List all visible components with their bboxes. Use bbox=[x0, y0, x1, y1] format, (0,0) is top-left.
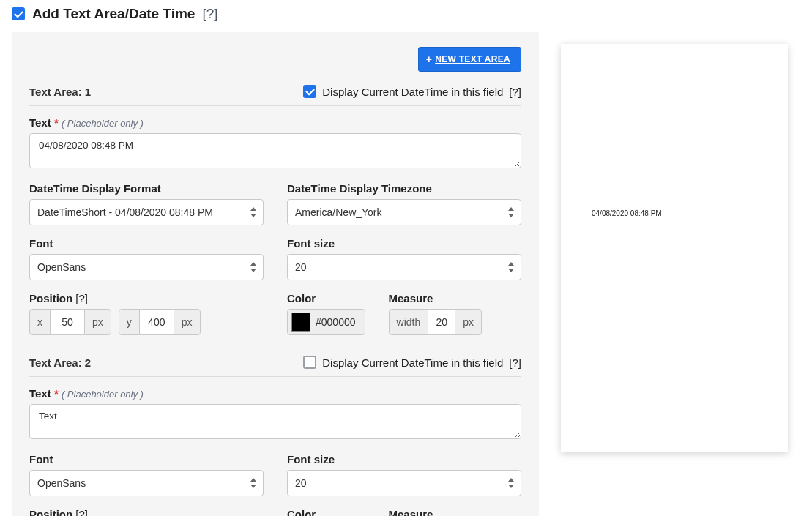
px-label: px bbox=[455, 309, 482, 335]
font-label: Font bbox=[29, 237, 264, 250]
font-size-select-1[interactable]: 20 bbox=[287, 254, 521, 280]
measure-width-input-1[interactable] bbox=[428, 309, 455, 335]
x-label: x bbox=[29, 309, 51, 335]
plus-icon: + bbox=[426, 53, 432, 65]
position-label: Position [?] bbox=[29, 292, 264, 304]
display-datetime-checkbox-2[interactable] bbox=[303, 356, 316, 369]
position-y-group: y px bbox=[119, 309, 201, 335]
datetime-format-label: DateTime Display Format bbox=[29, 182, 264, 195]
position-x-group: x px bbox=[29, 309, 111, 335]
color-label: Color bbox=[287, 292, 365, 304]
font-size-label: Font size bbox=[287, 237, 521, 250]
new-text-area-label: NEW TEXT AREA bbox=[435, 54, 510, 64]
color-swatch-icon bbox=[291, 313, 310, 332]
text-area-panel: + NEW TEXT AREA Text Area: 1 Display Cur… bbox=[12, 32, 539, 516]
display-datetime-label: Display Current DateTime in this field bbox=[322, 356, 503, 369]
display-datetime-help[interactable]: [?] bbox=[509, 356, 521, 369]
position-help[interactable]: [?] bbox=[75, 292, 88, 304]
section-header: Add Text Area/Date Time [?] bbox=[12, 0, 539, 32]
font-size-select-2[interactable]: 20 bbox=[287, 470, 521, 496]
font-size-label: Font size bbox=[287, 453, 521, 465]
section-title: Add Text Area/Date Time bbox=[32, 6, 195, 22]
text-input-2[interactable]: Text bbox=[29, 404, 521, 439]
measure-group-1: width px bbox=[389, 309, 482, 335]
display-datetime-row: Display Current DateTime in this field [… bbox=[303, 85, 521, 98]
color-label: Color bbox=[287, 508, 365, 516]
preview-canvas: 04/08/2020 08:48 PM bbox=[561, 44, 788, 452]
datetime-tz-label: DateTime Display Timezone bbox=[287, 182, 521, 195]
text-input-1[interactable]: 04/08/2020 08:48 PM bbox=[29, 133, 521, 168]
datetime-tz-select-1[interactable]: America/New_York bbox=[287, 199, 521, 225]
display-datetime-row-2: Display Current DateTime in this field [… bbox=[303, 356, 521, 369]
color-picker-1[interactable]: #000000 bbox=[287, 309, 365, 335]
text-label: Text * ( Placeholder only ) bbox=[29, 116, 521, 129]
measure-label: Measure bbox=[389, 292, 482, 304]
font-label: Font bbox=[29, 453, 264, 465]
add-text-area-checkbox[interactable] bbox=[12, 7, 25, 20]
preview-text: 04/08/2020 08:48 PM bbox=[592, 209, 662, 217]
display-datetime-label: Display Current DateTime in this field bbox=[322, 86, 503, 98]
px-label: px bbox=[84, 309, 111, 335]
px-label: px bbox=[174, 309, 201, 335]
color-hex-1: #000000 bbox=[316, 316, 356, 328]
datetime-format-select-1[interactable]: DateTimeShort - 04/08/2020 08:48 PM bbox=[29, 199, 264, 225]
position-help[interactable]: [?] bbox=[75, 508, 88, 516]
display-datetime-help[interactable]: [?] bbox=[509, 86, 521, 98]
position-x-input-1[interactable] bbox=[50, 309, 85, 335]
text-area-2: Text Area: 2 Display Current DateTime in… bbox=[29, 356, 521, 516]
font-select-1[interactable]: OpenSans bbox=[29, 254, 264, 280]
display-datetime-checkbox-1[interactable] bbox=[303, 85, 316, 98]
measure-label: Measure bbox=[389, 508, 482, 516]
width-label: width bbox=[389, 309, 429, 335]
position-label: Position [?] bbox=[29, 508, 264, 516]
section-help-link[interactable]: [?] bbox=[202, 6, 217, 22]
text-area-1: Text Area: 1 Display Current DateTime in… bbox=[29, 85, 521, 335]
text-area-1-title: Text Area: 1 bbox=[29, 86, 91, 98]
y-label: y bbox=[119, 309, 140, 335]
position-y-input-1[interactable] bbox=[139, 309, 174, 335]
text-area-2-title: Text Area: 2 bbox=[29, 356, 91, 369]
font-select-2[interactable]: OpenSans bbox=[29, 470, 264, 496]
text-label: Text * ( Placeholder only ) bbox=[29, 387, 521, 400]
new-text-area-button[interactable]: + NEW TEXT AREA bbox=[418, 47, 521, 72]
